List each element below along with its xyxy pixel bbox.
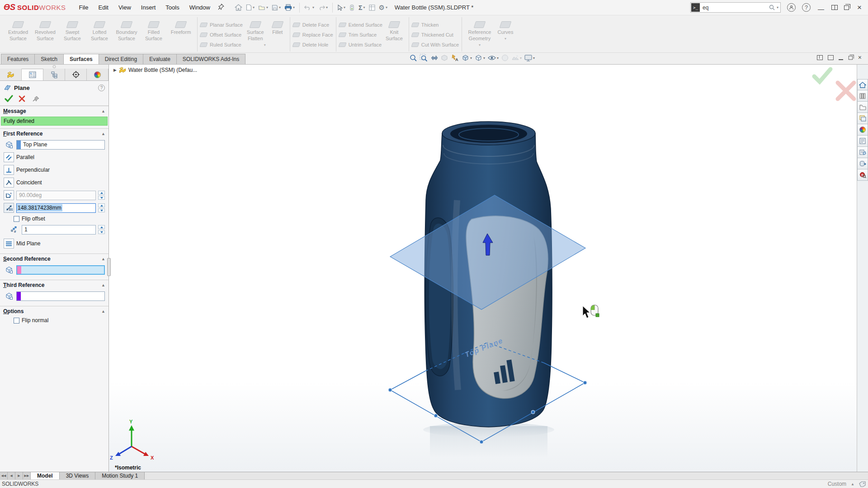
second-reference-selection-field[interactable] bbox=[16, 265, 105, 275]
print-button[interactable]: ▾ bbox=[283, 3, 296, 12]
view-settings-dropdown-icon[interactable]: ▾ bbox=[533, 56, 535, 60]
search-input[interactable]: eq bbox=[700, 5, 769, 11]
minimize-window-icon[interactable]: — bbox=[817, 5, 825, 13]
next-tab-button[interactable]: ▶ bbox=[15, 472, 23, 479]
confirm-ok-icon[interactable] bbox=[814, 69, 830, 82]
mid-plane-button[interactable] bbox=[4, 239, 14, 249]
pin-button[interactable] bbox=[33, 95, 40, 102]
second-reference-section-header[interactable]: Second Reference ▲ bbox=[0, 253, 108, 263]
save-dropdown-icon[interactable]: ▾ bbox=[279, 5, 281, 9]
task-pane-home-button[interactable] bbox=[857, 79, 868, 90]
home-button[interactable] bbox=[233, 3, 244, 12]
tab-features[interactable]: Features bbox=[1, 54, 35, 64]
section-view-button[interactable] bbox=[440, 54, 448, 62]
fillet-dropdown-icon[interactable]: ▾ bbox=[264, 43, 266, 47]
previous-tab-button[interactable]: ◀ bbox=[8, 472, 15, 479]
menu-file[interactable]: File bbox=[74, 1, 94, 14]
message-section-header[interactable]: Message ▲ bbox=[0, 106, 108, 116]
select-arrow-button[interactable]: ▾ bbox=[336, 3, 347, 12]
message-collapse-icon[interactable]: ▲ bbox=[101, 109, 105, 113]
untrim-surface-button[interactable]: Untrim Surface bbox=[339, 41, 382, 49]
extruded-surface-button[interactable]: Extruded Surface bbox=[5, 18, 32, 42]
options-dropdown-icon[interactable]: ▾ bbox=[386, 5, 387, 9]
boundary-surface-button[interactable]: Boundary Surface bbox=[113, 18, 140, 42]
revolved-surface-button[interactable]: Revolved Surface bbox=[32, 18, 59, 42]
last-tab-button[interactable]: ▶▶ bbox=[23, 472, 31, 479]
menu-insert[interactable]: Insert bbox=[136, 1, 161, 14]
sketch-annotation-button[interactable]: A bbox=[451, 54, 459, 62]
units-dropdown-icon[interactable]: ▲ bbox=[851, 482, 854, 486]
search-box[interactable]: >_ eq ▾ bbox=[690, 2, 781, 13]
flip-offset-checkbox[interactable] bbox=[14, 216, 19, 222]
user-account-icon[interactable] bbox=[787, 3, 796, 12]
distance-spinner[interactable] bbox=[98, 203, 105, 212]
zoom-to-area-button[interactable] bbox=[420, 54, 428, 62]
select-dropdown-icon[interactable]: ▾ bbox=[344, 5, 345, 9]
view-settings-button[interactable]: ▾ bbox=[524, 54, 535, 62]
thickened-cut-button[interactable]: Thickened Cut bbox=[412, 31, 459, 39]
design-library-button[interactable] bbox=[857, 90, 868, 102]
menu-view[interactable]: View bbox=[113, 1, 136, 14]
reference-geometry-dropdown-icon[interactable]: ▾ bbox=[479, 43, 481, 47]
equations-sigma-button[interactable]: Σ▾ bbox=[357, 3, 366, 13]
curves-dropdown-icon[interactable]: ▾ bbox=[505, 37, 506, 41]
offset-plane-preview[interactable] bbox=[390, 195, 585, 310]
filled-surface-button[interactable]: Filled Surface bbox=[140, 18, 167, 42]
cancel-button[interactable] bbox=[19, 95, 25, 102]
knit-surface-button[interactable]: Knit Surface bbox=[382, 18, 406, 42]
first-reference-selection-field[interactable]: Top Plane bbox=[16, 140, 105, 150]
redo-button[interactable]: ▾ bbox=[316, 3, 329, 12]
open-document-button[interactable]: ▾ bbox=[257, 3, 269, 12]
tab-display-manager[interactable] bbox=[87, 69, 108, 80]
apply-scene-button[interactable]: ▾ bbox=[511, 54, 522, 62]
tree-expand-icon[interactable]: ▶ bbox=[113, 68, 117, 72]
menu-tools[interactable]: Tools bbox=[160, 1, 184, 14]
angle-spinner[interactable] bbox=[98, 191, 105, 200]
curves-button[interactable]: Curves bbox=[495, 18, 516, 36]
offset-surface-button[interactable]: Offset Surface bbox=[200, 31, 243, 39]
equations-dropdown-icon[interactable]: ▾ bbox=[363, 5, 365, 9]
flip-normal-checkbox[interactable] bbox=[14, 318, 19, 324]
pane-left-icon[interactable] bbox=[817, 55, 823, 60]
scene-dropdown-icon[interactable]: ▾ bbox=[520, 56, 522, 60]
graphics-viewport[interactable]: ▶ Water Bottle (SSM) (Defau... bbox=[109, 65, 857, 472]
feature-tree-root-label[interactable]: Water Bottle (SSM) (Defau... bbox=[128, 67, 197, 73]
tab-feature-manager-tree[interactable] bbox=[0, 69, 22, 80]
tab-sketch[interactable]: Sketch bbox=[34, 54, 64, 64]
parallel-constraint-button[interactable] bbox=[4, 152, 14, 162]
units-selector[interactable]: Custom bbox=[828, 481, 846, 487]
restore-window-icon[interactable] bbox=[844, 5, 849, 10]
first-reference-section-header[interactable]: First Reference ▲ bbox=[0, 128, 108, 138]
pack-and-go-button[interactable] bbox=[857, 158, 868, 169]
search-dropdown-icon[interactable]: ▾ bbox=[777, 5, 778, 9]
panel-collapse-handle[interactable] bbox=[53, 65, 56, 68]
freeform-button[interactable]: Freeform bbox=[167, 18, 194, 36]
new-document-button[interactable]: ▾ bbox=[245, 3, 256, 12]
number-of-planes-field[interactable]: 1 bbox=[22, 225, 96, 235]
options-collapse-icon[interactable]: ▲ bbox=[101, 309, 105, 314]
hide-show-items-button[interactable]: ▾ bbox=[487, 54, 499, 62]
menu-window[interactable]: Window bbox=[184, 1, 215, 14]
print-dropdown-icon[interactable]: ▾ bbox=[293, 5, 295, 9]
tab-property-manager[interactable] bbox=[22, 69, 43, 80]
tab-model[interactable]: Model bbox=[31, 472, 60, 479]
file-properties-button[interactable] bbox=[368, 3, 377, 12]
planar-surface-button[interactable]: Planar Surface bbox=[200, 21, 243, 29]
options-section-header[interactable]: Options ▲ bbox=[0, 306, 108, 316]
view-orientation-button[interactable]: ▾ bbox=[461, 54, 472, 62]
count-spin-down-icon[interactable] bbox=[98, 230, 105, 234]
solidworks-resources-button[interactable] bbox=[857, 147, 868, 158]
undo-button[interactable]: ▾ bbox=[303, 3, 316, 12]
tab-motion-study-1[interactable]: Motion Study 1 bbox=[95, 472, 145, 479]
perpendicular-constraint-button[interactable] bbox=[4, 165, 14, 175]
edit-appearance-button[interactable] bbox=[501, 54, 509, 62]
tab-surfaces[interactable]: Surfaces bbox=[63, 54, 99, 64]
redo-dropdown-icon[interactable]: ▾ bbox=[326, 5, 328, 9]
panel-splitter-handle[interactable] bbox=[107, 258, 111, 276]
ruled-surface-button[interactable]: Ruled Surface bbox=[200, 41, 243, 49]
cut-with-surface-button[interactable]: Cut With Surface bbox=[412, 41, 459, 49]
count-spinner[interactable] bbox=[98, 225, 105, 234]
menu-edit[interactable]: Edit bbox=[93, 1, 113, 14]
hide-show-dropdown-icon[interactable]: ▾ bbox=[497, 56, 499, 60]
count-spin-up-icon[interactable] bbox=[98, 225, 105, 229]
